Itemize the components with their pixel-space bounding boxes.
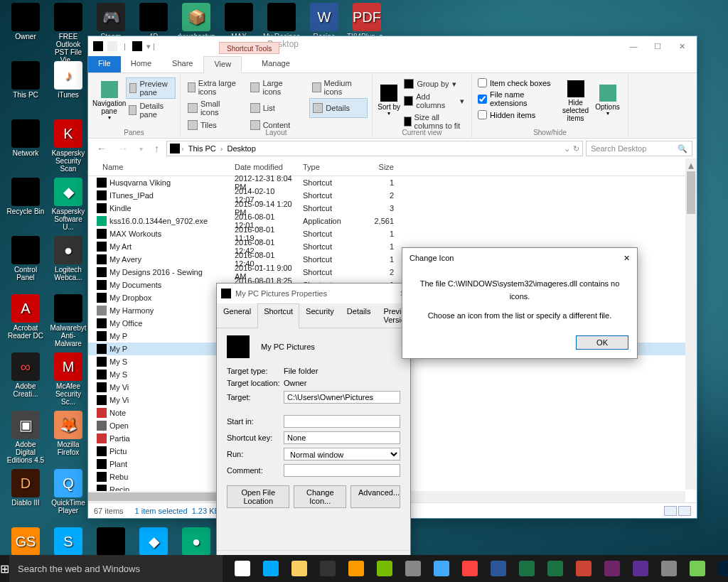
maximize-button[interactable]: ☐	[646, 38, 670, 54]
target-input[interactable]	[284, 391, 400, 404]
desktop-icon[interactable]: FREE Outlook PST File Vie...	[48, 3, 88, 64]
close-button[interactable]: ✕	[670, 38, 694, 54]
explorer-titlebar[interactable]: | ▾ | Desktop — ☐ ✕	[88, 36, 697, 56]
hide-selected-button[interactable]: Hide selected items	[560, 76, 592, 126]
close-icon[interactable]: ✕	[623, 254, 630, 263]
scrollbar-thumb[interactable]	[687, 171, 695, 214]
address-bar[interactable]: › This PC › Desktop ⌄↻	[166, 141, 583, 156]
desktop-icon[interactable]: Recycle Bin	[6, 178, 46, 215]
desktop-icon[interactable]: ▣Adobe Digital Editions 4.5	[6, 411, 46, 464]
group-by-button[interactable]: Group by▾	[401, 77, 467, 90]
address-dropdown-icon[interactable]: ⌄	[564, 144, 570, 153]
tab-share[interactable]: Share	[162, 56, 203, 72]
refresh-icon[interactable]: ↻	[573, 144, 579, 153]
small-icons-button[interactable]: Small icons	[185, 98, 243, 118]
tab-manage[interactable]: Manage	[252, 56, 301, 72]
desktop-icon[interactable]: ●Logitech Webca...	[48, 236, 88, 281]
taskbar-app-pp[interactable]	[569, 555, 598, 582]
preview-pane-button[interactable]: Preview pane	[126, 77, 176, 99]
advanced-button[interactable]: Advanced...	[350, 485, 400, 508]
tab-home[interactable]: Home	[121, 56, 162, 72]
properties-tab[interactable]: Security	[299, 303, 341, 328]
add-columns-button[interactable]: Add columns▾	[401, 91, 467, 111]
large-icons-button[interactable]: Large icons	[247, 77, 306, 97]
startin-input[interactable]	[284, 415, 400, 428]
taskbar-app-kb[interactable]	[655, 555, 683, 582]
file-row[interactable]: kss16.0.0.1344en_9702.exe2016-08-01 12:0…	[88, 215, 697, 227]
details-pane-button[interactable]: Details pane	[126, 100, 176, 120]
tab-view[interactable]: View	[203, 56, 242, 73]
desktop-icon[interactable]: 🦊Mozilla Firefox	[48, 411, 88, 456]
taskbar-app-amazon[interactable]	[342, 555, 370, 582]
taskbar-app-ps[interactable]	[712, 555, 728, 582]
navigation-pane-button[interactable]: Navigation pane▾	[92, 76, 126, 126]
taskbar-app-xg[interactable]	[541, 555, 569, 582]
taskbar-app-explorer[interactable]	[285, 555, 314, 582]
shortcutkey-input[interactable]	[284, 431, 400, 444]
col-date[interactable]: Date modified	[230, 161, 299, 173]
taskbar-app-on[interactable]	[598, 555, 626, 582]
list-button[interactable]: List	[247, 98, 306, 118]
file-row[interactable]: Husqvarna Viking2012-12-31 8:04 PMShortc…	[88, 176, 697, 189]
desktop-icon[interactable]: ◆Kaspersky Software U...	[48, 178, 88, 231]
change-icon-button[interactable]: Change Icon...	[294, 485, 346, 508]
sort-by-button[interactable]: Sort by▾	[377, 76, 401, 126]
hidden-items-toggle[interactable]: Hidden items	[476, 109, 560, 120]
taskbar-app-nv[interactable]	[370, 555, 399, 582]
desktop-icon[interactable]: DDiablo III	[6, 469, 46, 507]
taskbar-app-ot[interactable]	[456, 555, 484, 582]
thumbnails-view-icon[interactable]	[678, 506, 691, 516]
desktop-icon[interactable]: ∞Adobe Creati...	[6, 352, 46, 398]
dialog-titlebar[interactable]: Change Icon ✕	[402, 248, 637, 268]
start-button[interactable]: ⊞	[0, 555, 9, 582]
properties-tab[interactable]: Details	[341, 303, 378, 328]
qat-icon[interactable]	[132, 41, 142, 51]
history-dropdown[interactable]: ▾	[135, 145, 147, 153]
file-row[interactable]: ITunes_IPad2014-02-10 12:07 ...Shortcut2	[88, 189, 697, 202]
desktop-icon[interactable]: AAcrobat Reader DC	[6, 294, 46, 340]
medium-icons-button[interactable]: Medium icons	[309, 77, 368, 97]
desktop-icon[interactable]: Owner	[6, 3, 46, 41]
taskbar-app-sai[interactable]	[683, 555, 712, 582]
search-box[interactable]: Search Desktop 🔍	[586, 141, 692, 156]
properties-tab[interactable]: Shortcut	[257, 303, 299, 328]
taskbar-app-store[interactable]	[314, 555, 342, 582]
vertical-scrollbar[interactable]: ▴	[685, 158, 697, 490]
taskbar-search[interactable]: Search the web and Windows	[9, 555, 223, 582]
desktop-icon[interactable]: ♪iTunes	[48, 61, 88, 99]
up-button[interactable]: ↑	[150, 143, 164, 154]
tab-file[interactable]: File	[88, 56, 121, 72]
taskbar-app-vs[interactable]	[626, 555, 655, 582]
open-file-location-button[interactable]: Open File Location	[227, 485, 289, 508]
taskbar-app-xl[interactable]	[513, 555, 541, 582]
item-checkboxes-toggle[interactable]: Item check boxes	[476, 77, 560, 88]
ok-button[interactable]: OK	[576, 335, 628, 350]
minimize-button[interactable]: —	[621, 38, 646, 54]
extra-large-icons-button[interactable]: Extra large icons	[185, 77, 243, 97]
options-button[interactable]: Options▾	[592, 76, 623, 126]
details-button[interactable]: Details	[309, 98, 368, 118]
file-extensions-toggle[interactable]: File name extensions	[476, 90, 560, 108]
forward-button[interactable]: →	[114, 143, 132, 154]
file-row[interactable]: Kindle2015-09-14 1:20 PMShortcut3	[88, 202, 697, 215]
desktop-icon[interactable]: KKaspersky Security Scan	[48, 119, 88, 173]
desktop-icon[interactable]: MMcAfee Security Sc...	[48, 352, 88, 406]
col-size[interactable]: Size	[363, 161, 398, 173]
properties-tab[interactable]: General	[217, 303, 257, 328]
desktop-icon[interactable]: This PC	[6, 61, 46, 99]
run-select[interactable]: Normal window	[284, 448, 400, 460]
col-name[interactable]: Name	[88, 161, 230, 173]
file-row[interactable]: MAX Workouts2016-08-01 11:19 ...Shortcut…	[88, 227, 697, 240]
comment-input[interactable]	[284, 464, 400, 477]
taskbar-app-edge[interactable]	[257, 555, 285, 582]
properties-titlebar[interactable]: My PC Pictures Properties ✕	[217, 284, 410, 303]
desktop-icon[interactable]: QQuickTime Player	[48, 469, 88, 514]
qat-icon[interactable]	[107, 41, 117, 51]
details-view-icon[interactable]	[664, 506, 677, 516]
desktop-icon[interactable]: Network	[6, 119, 46, 157]
desktop-icon[interactable]: Malwarebyt Anti-Malware	[48, 294, 88, 347]
back-button[interactable]: ←	[92, 143, 111, 154]
col-type[interactable]: Type	[299, 161, 363, 173]
taskbar-app-wd[interactable]	[484, 555, 513, 582]
taskbar-app-pr[interactable]	[399, 555, 427, 582]
